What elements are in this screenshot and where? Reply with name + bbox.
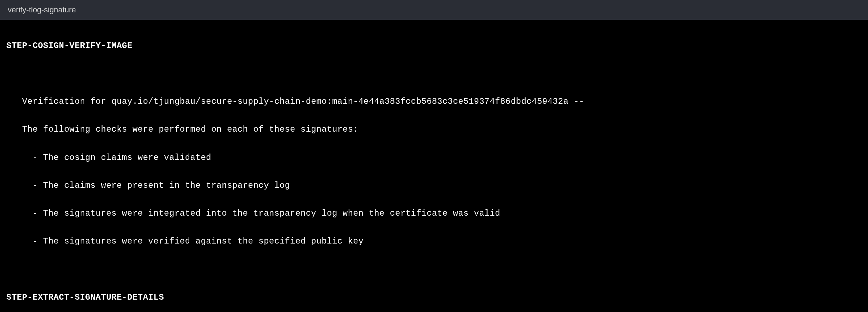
blank-line: [6, 67, 862, 81]
tab-title[interactable]: verify-tlog-signature: [8, 5, 76, 14]
log-line: - The claims were present in the transpa…: [6, 179, 862, 193]
log-line: - The signatures were verified against t…: [6, 234, 862, 248]
step-header-extract-signature-details: STEP-EXTRACT-SIGNATURE-DETAILS: [6, 290, 862, 305]
log-line: - The signatures were integrated into th…: [6, 206, 862, 221]
log-output: STEP-COSIGN-VERIFY-IMAGE Verification fo…: [0, 20, 868, 312]
blank-line: [6, 262, 862, 276]
tab-bar: verify-tlog-signature: [0, 0, 868, 20]
log-line: Verification for quay.io/tjungbau/secure…: [6, 95, 862, 109]
log-line: The following checks were performed on e…: [6, 122, 862, 137]
log-line: - The cosign claims were validated: [6, 151, 862, 165]
step-header-cosign-verify-image: STEP-COSIGN-VERIFY-IMAGE: [6, 39, 862, 53]
